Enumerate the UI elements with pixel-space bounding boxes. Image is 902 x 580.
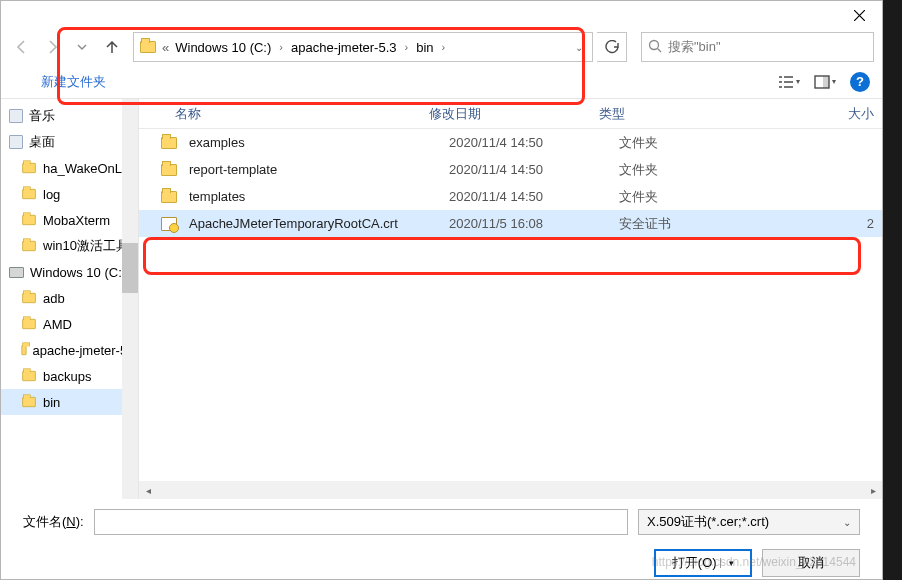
file-row[interactable]: report-template2020/11/4 14:50文件夹 xyxy=(139,156,882,183)
tree-item[interactable]: Windows 10 (C:) xyxy=(1,259,138,285)
address-dropdown[interactable]: ⌄ xyxy=(570,42,588,53)
col-header-size[interactable]: 大小 xyxy=(739,105,882,123)
svg-point-0 xyxy=(650,40,659,49)
tree-item-label: AMD xyxy=(43,317,72,332)
tree-item[interactable]: win10激活工具 xyxy=(1,233,138,259)
file-date: 2020/11/4 14:50 xyxy=(449,162,619,177)
certificate-icon xyxy=(161,217,177,231)
crumb-0[interactable]: Windows 10 (C:) xyxy=(173,40,273,55)
help-button[interactable]: ? xyxy=(850,72,870,92)
back-button[interactable] xyxy=(9,34,35,60)
titlebar xyxy=(1,1,882,29)
list-header: 名称 修改日期 类型 大小 xyxy=(139,99,882,129)
nav-row: « Windows 10 (C:) › apache-jmeter-5.3 › … xyxy=(1,29,882,65)
help-icon: ? xyxy=(856,74,864,89)
tree-item-label: Windows 10 (C:) xyxy=(30,265,126,280)
tree-item-label: win10激活工具 xyxy=(43,237,129,255)
folder-icon xyxy=(22,189,36,199)
search-placeholder: 搜索"bin" xyxy=(668,38,721,56)
generic-icon xyxy=(9,135,23,149)
chevron-down-icon: ⌄ xyxy=(843,517,851,528)
folder-icon xyxy=(161,137,177,149)
file-row[interactable]: templates2020/11/4 14:50文件夹 xyxy=(139,183,882,210)
open-button[interactable]: 打开(O) ▾ xyxy=(654,549,752,577)
file-date: 2020/11/4 14:50 xyxy=(449,189,619,204)
close-icon xyxy=(854,10,865,21)
file-name: templates xyxy=(189,189,449,204)
chevron-down-icon xyxy=(77,42,87,52)
address-folder-icon xyxy=(138,37,158,57)
crumb-2[interactable]: bin xyxy=(414,40,435,55)
col-header-date[interactable]: 修改日期 xyxy=(429,105,599,123)
arrow-right-icon xyxy=(44,39,60,55)
filetype-value: X.509证书(*.cer;*.crt) xyxy=(647,513,769,531)
tree-item[interactable]: bin xyxy=(1,389,138,415)
cancel-button[interactable]: 取消 xyxy=(762,549,860,577)
body-split: 音乐桌面ha_WakeOnLanlogMobaXtermwin10激活工具Win… xyxy=(1,99,882,499)
file-name: report-template xyxy=(189,162,449,177)
tree-item[interactable]: 音乐 xyxy=(1,103,138,129)
list-hscroll[interactable]: ◂ ▸ xyxy=(139,481,882,499)
file-name: ApacheJMeterTemporaryRootCA.crt xyxy=(189,216,449,231)
crumb-1[interactable]: apache-jmeter-5.3 xyxy=(289,40,399,55)
folder-icon xyxy=(22,241,36,251)
folder-icon xyxy=(140,41,156,53)
tree-scrollbar-thumb[interactable] xyxy=(122,243,138,293)
tree-item[interactable]: AMD xyxy=(1,311,138,337)
tree-item-label: bin xyxy=(43,395,60,410)
hscroll-track[interactable] xyxy=(157,483,864,497)
chevron-right-icon[interactable]: › xyxy=(400,41,412,53)
scroll-left-icon[interactable]: ◂ xyxy=(139,481,157,499)
refresh-button[interactable] xyxy=(597,32,627,62)
tree-scrollbar-track[interactable] xyxy=(122,99,138,499)
col-header-type[interactable]: 类型 xyxy=(599,105,739,123)
file-date: 2020/11/5 16:08 xyxy=(449,216,619,231)
file-type: 安全证书 xyxy=(619,215,759,233)
close-button[interactable] xyxy=(836,1,882,29)
folder-icon xyxy=(21,345,26,355)
filename-label: 文件名(N): xyxy=(23,513,84,531)
chevron-right-icon[interactable]: › xyxy=(275,41,287,53)
disk-icon xyxy=(9,267,24,278)
tree-item[interactable]: 桌面 xyxy=(1,129,138,155)
outer-right-bar xyxy=(883,0,902,580)
tree-item-label: backups xyxy=(43,369,91,384)
scroll-right-icon[interactable]: ▸ xyxy=(864,481,882,499)
footer: 文件名(N): X.509证书(*.cer;*.crt) ⌄ 打开(O) ▾ 取… xyxy=(1,499,882,580)
tree-item[interactable]: ha_WakeOnLan xyxy=(1,155,138,181)
triangle-down-icon: ▾ xyxy=(832,77,836,86)
tree-item[interactable]: MobaXterm xyxy=(1,207,138,233)
chevron-right-icon[interactable]: › xyxy=(438,41,450,53)
folder-icon xyxy=(22,215,36,225)
tree-item-label: 音乐 xyxy=(29,107,55,125)
address-bar[interactable]: « Windows 10 (C:) › apache-jmeter-5.3 › … xyxy=(133,32,593,62)
forward-button[interactable] xyxy=(39,34,65,60)
tree-item[interactable]: adb xyxy=(1,285,138,311)
tree-item[interactable]: log xyxy=(1,181,138,207)
crumb-prefix: « xyxy=(160,40,171,55)
recent-dropdown[interactable] xyxy=(69,34,95,60)
up-button[interactable] xyxy=(99,34,125,60)
triangle-down-icon: ▾ xyxy=(796,77,800,86)
tree-item-label: 桌面 xyxy=(29,133,55,151)
tree-item-label: MobaXterm xyxy=(43,213,110,228)
file-row[interactable]: ApacheJMeterTemporaryRootCA.crt2020/11/5… xyxy=(139,210,882,237)
col-header-name[interactable]: 名称 xyxy=(139,105,429,123)
split-chevron-icon: ▾ xyxy=(720,558,734,568)
preview-pane-button[interactable]: ▾ xyxy=(814,74,836,90)
view-details-button[interactable]: ▾ xyxy=(778,74,800,90)
tree-item[interactable]: apache-jmeter-5.3 xyxy=(1,337,138,363)
folder-icon xyxy=(22,163,36,173)
search-icon xyxy=(648,39,662,56)
file-date: 2020/11/4 14:50 xyxy=(449,135,619,150)
new-folder-button[interactable]: 新建文件夹 xyxy=(41,73,106,91)
file-type: 文件夹 xyxy=(619,161,759,179)
search-input[interactable]: 搜索"bin" xyxy=(641,32,874,62)
nav-tree[interactable]: 音乐桌面ha_WakeOnLanlogMobaXtermwin10激活工具Win… xyxy=(1,99,139,499)
filetype-select[interactable]: X.509证书(*.cer;*.crt) ⌄ xyxy=(638,509,860,535)
generic-icon xyxy=(9,109,23,123)
tree-item[interactable]: backups xyxy=(1,363,138,389)
file-size: 2 xyxy=(759,216,882,231)
filename-input[interactable] xyxy=(94,509,628,535)
file-row[interactable]: examples2020/11/4 14:50文件夹 xyxy=(139,129,882,156)
